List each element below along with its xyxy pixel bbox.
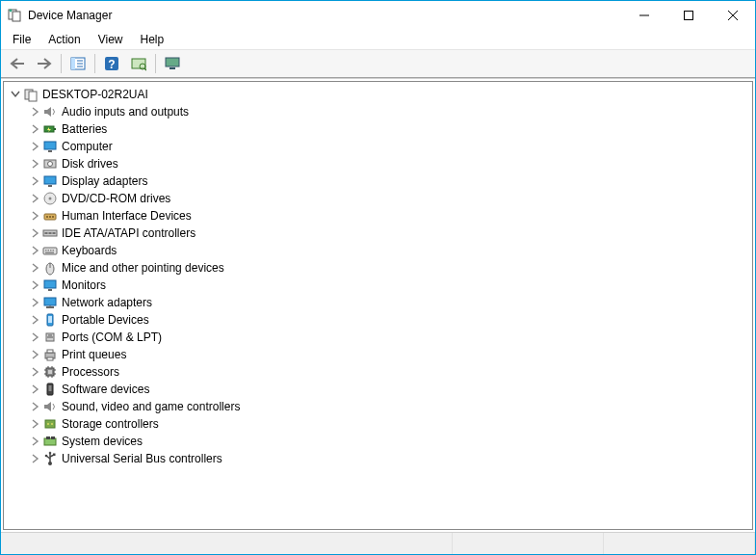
tree-category-label: Network adapters [62,296,152,309]
tree-category-row[interactable]: Portable Devices [29,311,750,329]
expand-icon[interactable] [29,227,40,239]
tree-category-row[interactable]: Ports (COM & LPT) [29,329,750,346]
expand-icon[interactable] [29,106,40,118]
svg-point-78 [51,423,53,425]
svg-point-57 [49,336,51,338]
svg-point-30 [49,198,52,200]
menu-file[interactable]: File [5,31,39,48]
hid-icon [42,208,58,224]
expand-icon[interactable] [29,401,40,412]
tree-category-row[interactable]: Display adapters [29,172,750,190]
toolbar-help-button[interactable]: ? [99,51,124,76]
menu-help[interactable]: Help [133,31,172,48]
tree-category-row[interactable]: System devices [29,433,750,450]
tree-category-label: Monitors [62,278,106,292]
svg-rect-75 [49,385,52,391]
tree-category-row[interactable]: Human Interface Devices [29,207,750,225]
svg-rect-24 [48,150,52,152]
tree-category-row[interactable]: Software devices [29,381,750,398]
expand-icon[interactable] [29,158,40,170]
expand-icon[interactable] [29,175,40,187]
svg-rect-34 [52,216,54,218]
svg-rect-44 [53,250,55,251]
tree-category-row[interactable]: Monitors [29,277,750,294]
tree-category-row[interactable]: Sound, video and game controllers [29,398,750,415]
svg-rect-22 [54,128,56,130]
expand-icon[interactable] [29,297,40,308]
svg-rect-43 [50,250,52,251]
menubar: FileActionViewHelp [1,30,755,49]
toolbar-forward-button[interactable] [32,51,57,76]
tree-root-row[interactable]: DESKTOP-02R2UAI [10,86,750,103]
expand-icon[interactable] [29,141,40,152]
svg-rect-76 [45,420,55,428]
close-button[interactable] [711,1,755,30]
svg-rect-45 [45,252,54,254]
svg-rect-28 [48,185,52,187]
tree-category-row[interactable]: Audio inputs and outputs [29,103,750,120]
device-tree[interactable]: DESKTOP-02R2UAI Audio inputs and outputs… [3,81,753,530]
tree-category-label: Portable Devices [62,313,149,327]
tree-category-label: Audio inputs and outputs [62,105,189,119]
svg-rect-8 [71,58,75,69]
expand-icon[interactable] [29,453,40,464]
network-icon [42,295,58,310]
svg-rect-41 [45,250,47,251]
menu-view[interactable]: View [91,31,131,48]
menu-action[interactable]: Action [40,31,88,48]
tree-category-row[interactable]: Computer [29,138,750,155]
svg-rect-49 [48,289,52,291]
audio-icon [42,104,58,119]
expand-icon[interactable] [29,245,40,256]
expand-icon[interactable] [29,418,40,430]
tree-category-row[interactable]: Processors [29,363,750,381]
tree-category-row[interactable]: Network adapters [29,294,750,311]
toolbar-back-button[interactable] [5,51,30,76]
tree-category-row[interactable]: Print queues [29,346,750,363]
usb-icon [42,451,58,466]
expand-icon[interactable] [29,210,40,222]
minimize-button[interactable] [622,1,666,30]
expand-icon[interactable] [29,314,40,326]
expand-icon[interactable] [29,193,40,204]
svg-point-60 [50,334,52,336]
tree-category-row[interactable]: Disk drives [29,155,750,172]
tree-category-row[interactable]: Universal Serial Bus controllers [29,450,750,467]
expand-icon[interactable] [29,262,40,274]
collapse-icon[interactable] [10,89,21,100]
toolbar-separator [61,54,62,73]
svg-rect-65 [48,370,52,374]
app-icon [7,8,22,23]
tree-category-label: IDE ATA/ATAPI controllers [62,226,196,240]
toolbar-separator [94,54,95,73]
toolbar-devices-printers-button[interactable] [160,51,185,76]
tree-category-row[interactable]: Keyboards [29,242,750,259]
expand-icon[interactable] [29,279,40,291]
expand-icon[interactable] [29,123,40,135]
expand-icon[interactable] [29,349,40,360]
tree-category-label: Storage controllers [62,417,159,431]
expand-icon[interactable] [29,331,40,343]
svg-point-59 [48,334,50,336]
tree-category-label: Ports (COM & LPT) [62,330,162,344]
expand-icon[interactable] [29,383,40,395]
svg-point-38 [49,232,51,234]
tree-category-row[interactable]: Storage controllers [29,415,750,433]
tree-category-label: Print queues [62,348,126,361]
titlebar: Device Manager [1,1,755,30]
svg-rect-42 [48,250,50,251]
tree-category-row[interactable]: DVD/CD-ROM drives [29,190,750,207]
toolbar-show-hide-tree-button[interactable] [65,51,91,76]
svg-rect-1 [13,12,20,21]
expand-icon[interactable] [29,366,40,378]
tree-category-row[interactable]: IDE ATA/ATAPI controllers [29,225,750,242]
tree-category-row[interactable]: Batteries [29,120,750,138]
arrow-left-icon [9,57,26,70]
maximize-button[interactable] [666,1,711,30]
tree-category-label: Computer [62,140,113,153]
printer-icon [42,347,58,362]
toolbar-scan-hardware-button[interactable] [126,51,151,76]
expand-icon[interactable] [29,436,40,447]
tree-category-row[interactable]: Mice and other pointing devices [29,259,750,277]
svg-rect-20 [29,92,37,101]
